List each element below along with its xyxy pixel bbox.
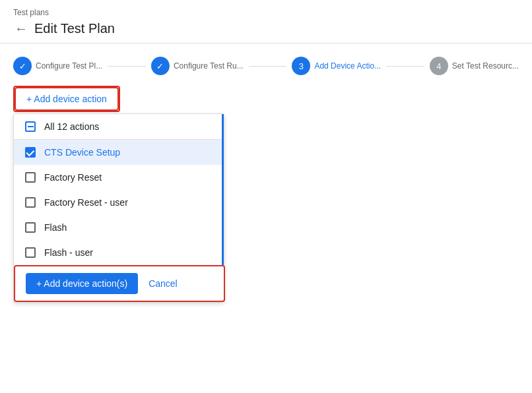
step-1-circle: ✓ xyxy=(13,57,32,75)
factory-reset-label: Factory Reset xyxy=(44,172,102,183)
step-2-circle: ✓ xyxy=(151,57,170,75)
all-actions-item[interactable]: All 12 actions xyxy=(14,114,222,140)
step-2: ✓ Configure Test Ru... xyxy=(151,57,244,75)
factory-reset-user-label: Factory Reset - user xyxy=(44,197,128,208)
list-item[interactable]: Flash - user xyxy=(14,240,222,265)
step-2-label: Configure Test Ru... xyxy=(174,61,244,71)
unchecked-checkbox-icon xyxy=(25,172,36,183)
list-item[interactable]: CTS Device Setup xyxy=(14,140,222,165)
flash-label: Flash xyxy=(44,222,67,233)
add-actions-button[interactable]: + Add device action(s) xyxy=(26,273,138,294)
step-4: 4 Set Test Resourc... xyxy=(430,57,519,75)
step-3-circle: 3 xyxy=(292,57,310,75)
unchecked-checkbox-icon xyxy=(25,197,36,208)
main-content: + Add device action All 12 actions CTS D… xyxy=(0,86,532,393)
cts-checkbox[interactable] xyxy=(24,146,36,158)
step-3: 3 Add Device Actio... xyxy=(292,57,381,75)
step-4-circle: 4 xyxy=(430,57,448,75)
unchecked-checkbox-icon xyxy=(25,222,36,233)
step-connector-3 xyxy=(386,66,424,67)
all-actions-label: All 12 actions xyxy=(44,121,99,132)
stepper: ✓ Configure Test Pl... ✓ Configure Test … xyxy=(0,44,532,86)
page-title: Edit Test Plan xyxy=(34,21,115,36)
header: Test plans ← Edit Test Plan xyxy=(0,0,532,44)
page-title-row: ← Edit Test Plan xyxy=(13,20,519,38)
step-1-label: Configure Test Pl... xyxy=(36,61,102,71)
add-device-action-button[interactable]: + Add device action xyxy=(15,87,119,111)
page-container: Test plans ← Edit Test Plan ✓ Configure … xyxy=(0,0,532,393)
add-device-btn-wrapper: + Add device action xyxy=(13,86,120,112)
factory-reset-user-checkbox[interactable] xyxy=(24,196,36,208)
indeterminate-checkbox-icon xyxy=(25,121,36,132)
back-button[interactable]: ← xyxy=(13,20,29,38)
back-arrow-icon: ← xyxy=(15,21,28,36)
dropdown-list[interactable]: All 12 actions CTS Device Setup Factory … xyxy=(14,114,224,265)
flash-checkbox[interactable] xyxy=(24,222,36,233)
checked-checkbox-icon xyxy=(25,147,36,158)
step-4-label: Set Test Resourc... xyxy=(452,61,519,71)
list-item[interactable]: Flash xyxy=(14,215,222,240)
all-actions-checkbox[interactable] xyxy=(24,121,36,133)
flash-user-checkbox[interactable] xyxy=(24,247,36,258)
cts-label: CTS Device Setup xyxy=(44,147,120,158)
flash-user-label: Flash - user xyxy=(44,247,93,258)
unchecked-checkbox-icon xyxy=(25,247,36,258)
step-3-label: Add Device Actio... xyxy=(314,61,381,71)
step-connector-2 xyxy=(249,66,287,67)
list-item[interactable]: Factory Reset xyxy=(14,165,222,190)
dropdown-footer: + Add device action(s) Cancel xyxy=(14,265,225,302)
cancel-button[interactable]: Cancel xyxy=(149,278,178,289)
step-1: ✓ Configure Test Pl... xyxy=(13,57,102,75)
step-connector-1 xyxy=(108,66,146,67)
list-item[interactable]: Factory Reset - user xyxy=(14,190,222,215)
factory-reset-checkbox[interactable] xyxy=(24,171,36,183)
breadcrumb: Test plans xyxy=(13,8,519,17)
dropdown-panel: All 12 actions CTS Device Setup Factory … xyxy=(13,113,224,303)
